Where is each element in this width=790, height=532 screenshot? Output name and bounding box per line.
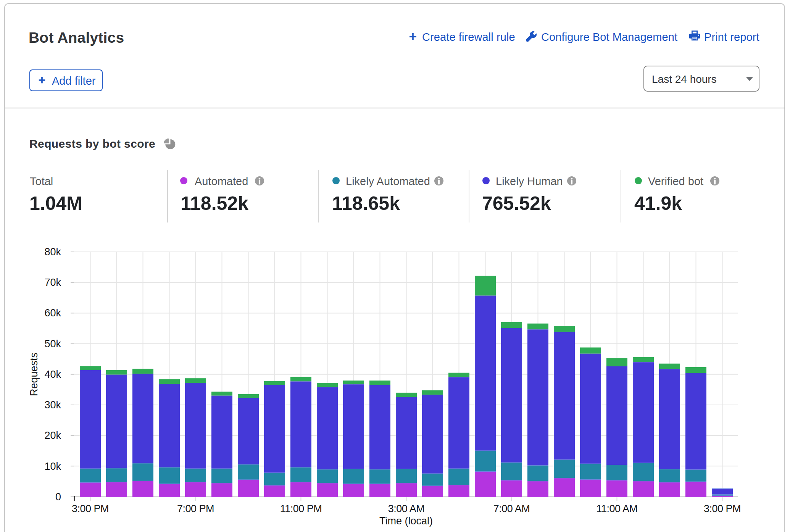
svg-text:3:00 AM: 3:00 AM: [388, 503, 425, 514]
svg-text:0: 0: [55, 491, 61, 503]
svg-text:60k: 60k: [44, 307, 61, 319]
svg-text:Time (local): Time (local): [379, 515, 433, 527]
svg-text:3:00 PM: 3:00 PM: [704, 503, 741, 514]
svg-text:11:00 PM: 11:00 PM: [280, 503, 322, 514]
svg-text:20k: 20k: [44, 430, 61, 441]
svg-text:40k: 40k: [44, 369, 61, 380]
svg-text:50k: 50k: [44, 338, 61, 350]
svg-text:7:00 PM: 7:00 PM: [177, 503, 214, 514]
svg-text:70k: 70k: [44, 277, 61, 288]
svg-text:Requests: Requests: [28, 353, 40, 396]
svg-text:11:00 AM: 11:00 AM: [596, 503, 637, 514]
svg-text:80k: 80k: [44, 246, 61, 258]
svg-text:7:00 AM: 7:00 AM: [493, 503, 530, 514]
svg-text:30k: 30k: [44, 399, 61, 411]
svg-text:10k: 10k: [44, 461, 61, 472]
svg-text:3:00 PM: 3:00 PM: [72, 503, 109, 514]
